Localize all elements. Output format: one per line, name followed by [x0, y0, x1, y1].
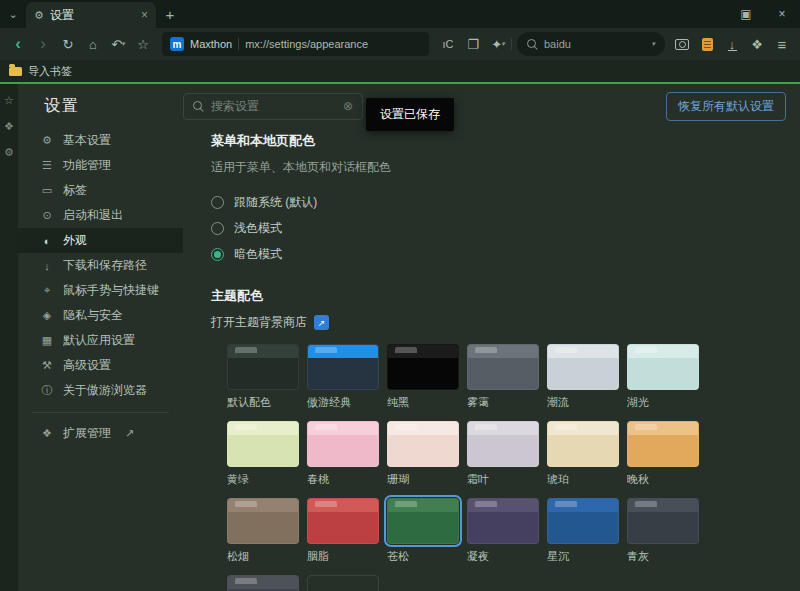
sidebar-item-features[interactable]: ☰ 功能管理	[18, 153, 183, 178]
sidebar-item-gestures[interactable]: ⌖ 鼠标手势与快捷键	[18, 278, 183, 303]
settings-search-input[interactable]	[211, 99, 336, 113]
main-menu-icon[interactable]: ≡	[770, 32, 794, 56]
theme-card[interactable]: 黄绿	[227, 421, 299, 487]
sidebar-item-advanced[interactable]: ⚒ 高级设置	[18, 353, 183, 378]
theme-card[interactable]: 苍松	[387, 498, 459, 564]
theme-thumbnail[interactable]	[627, 498, 699, 544]
theme-thumbnail[interactable]	[547, 344, 619, 390]
theme-thumbnail[interactable]	[627, 421, 699, 467]
sidebar-item-tabs[interactable]: ▭ 标签	[18, 178, 183, 203]
theme-card[interactable]: 潮流	[547, 344, 619, 410]
extensions-puzzle-icon[interactable]: ❖	[745, 32, 769, 56]
theme-thumbnail[interactable]	[307, 344, 379, 390]
theme-thumbnail[interactable]	[387, 344, 459, 390]
radio-icon[interactable]	[211, 248, 224, 261]
theme-card[interactable]: 纯黑	[387, 344, 459, 410]
restore-defaults-button[interactable]: 恢复所有默认设置	[666, 92, 786, 121]
theme-thumbnail[interactable]	[627, 344, 699, 390]
theme-card[interactable]: 默认配色	[227, 344, 299, 410]
theme-card[interactable]: 雾霭	[467, 344, 539, 410]
forward-icon[interactable]: ›	[31, 32, 55, 56]
sidebar-item-basic[interactable]: ⚙ 基本设置	[18, 128, 183, 153]
theme-card[interactable]: 春桃	[307, 421, 379, 487]
theme-thumbnail[interactable]	[227, 575, 299, 591]
refresh-icon[interactable]: ↻	[56, 32, 80, 56]
tab-title: 设置	[50, 7, 135, 24]
theme-thumbnail[interactable]	[467, 498, 539, 544]
favorites-star-icon[interactable]: ☆	[4, 94, 14, 107]
theme-thumbnail[interactable]	[227, 498, 299, 544]
split-screen-icon[interactable]: ❐	[461, 32, 485, 56]
theme-card[interactable]: 傲游经典	[307, 344, 379, 410]
snapshot-camera-icon[interactable]	[670, 32, 694, 56]
gear-icon: ⚙	[34, 9, 44, 22]
sidebar-item-appearance[interactable]: ◐ 外观	[18, 228, 183, 253]
theme-thumbnail[interactable]	[387, 498, 459, 544]
theme-thumbnail[interactable]	[467, 421, 539, 467]
window-close-button[interactable]: ×	[764, 0, 800, 28]
maxthon-logo: m	[170, 37, 184, 51]
radio-icon[interactable]	[211, 196, 224, 209]
theme-card[interactable]: 暗夜	[227, 575, 299, 591]
home-icon[interactable]: ⌂	[81, 32, 105, 56]
theme-card[interactable]: 珊瑚	[387, 421, 459, 487]
theme-store-icon[interactable]: ↗	[314, 315, 329, 330]
quick-search-box[interactable]: baidu ▾	[517, 32, 665, 56]
sidebar-settings-icon[interactable]: ⚙	[4, 146, 14, 159]
sidebar-item-icon: ☰	[40, 159, 54, 172]
back-icon[interactable]: ‹	[6, 32, 30, 56]
theme-card[interactable]: 琥珀	[547, 421, 619, 487]
sidebar-item-default-apps[interactable]: ▦ 默认应用设置	[18, 328, 183, 353]
radio-icon[interactable]	[211, 222, 224, 235]
sidebar-item-privacy[interactable]: ◈ 隐私与安全	[18, 303, 183, 328]
theme-card[interactable]: 湖光	[627, 344, 699, 410]
tab-close-icon[interactable]: ×	[141, 8, 148, 22]
theme-thumbnail[interactable]	[307, 498, 379, 544]
theme-name: 默认配色	[227, 395, 299, 410]
add-theme-thumbnail[interactable]: +	[307, 575, 379, 591]
theme-thumbnail[interactable]	[227, 344, 299, 390]
theme-thumbnail[interactable]	[307, 421, 379, 467]
theme-card[interactable]: 星沉	[547, 498, 619, 564]
radio-option[interactable]: 浅色模式	[211, 215, 800, 241]
window-panel-icon[interactable]: ▣	[728, 0, 764, 28]
open-theme-store-link[interactable]: 打开主题背景商店 ↗	[211, 314, 800, 331]
radio-label: 暗色模式	[234, 246, 282, 263]
sidebar-item-label: 关于傲游浏览器	[63, 382, 147, 399]
settings-search-box[interactable]: ⊗	[183, 93, 363, 120]
skins-icon[interactable]: ✦▾	[486, 32, 510, 56]
theme-thumbnail[interactable]	[547, 421, 619, 467]
extensions-icon[interactable]: ❖	[4, 120, 14, 133]
undo-icon[interactable]: ↶▾	[106, 32, 130, 56]
browser-tab-settings[interactable]: ⚙ 设置 ×	[26, 2, 156, 28]
sidebar-item-extensions[interactable]: ❖ 扩展管理 ↗	[18, 421, 183, 446]
theme-thumbnail[interactable]	[227, 421, 299, 467]
add-theme-card[interactable]: +	[307, 575, 379, 591]
notes-icon[interactable]: ıC	[436, 32, 460, 56]
theme-card[interactable]: 松烟	[227, 498, 299, 564]
theme-thumbnail[interactable]	[467, 344, 539, 390]
clear-search-icon[interactable]: ⊗	[343, 99, 353, 113]
notes-doc-icon[interactable]	[695, 32, 719, 56]
sidebar-item-about[interactable]: ⓘ 关于傲游浏览器	[18, 378, 183, 403]
download-icon[interactable]: ↓	[720, 32, 744, 56]
import-bookmarks-item[interactable]: 导入书签	[28, 64, 72, 79]
favorite-star-icon[interactable]: ☆	[131, 32, 155, 56]
theme-card[interactable]: 胭脂	[307, 498, 379, 564]
theme-tab-swatch	[395, 347, 417, 353]
sidebar-item-startup[interactable]: ⊙ 启动和退出	[18, 203, 183, 228]
sidebar-item-download-path[interactable]: ↓ 下载和保存路径	[18, 253, 183, 278]
theme-thumbnail[interactable]	[547, 498, 619, 544]
chevron-down-icon[interactable]: ▾	[651, 40, 655, 48]
theme-card[interactable]: 凝夜	[467, 498, 539, 564]
theme-card[interactable]: 青灰	[627, 498, 699, 564]
url-text[interactable]: mx://settings/appearance	[245, 38, 421, 50]
tab-list-button[interactable]: ⌄	[0, 0, 26, 28]
radio-option[interactable]: 跟随系统 (默认)	[211, 189, 800, 215]
theme-card[interactable]: 霜叶	[467, 421, 539, 487]
address-bar[interactable]: m Maxthon mx://settings/appearance	[162, 32, 429, 56]
radio-option[interactable]: 暗色模式	[211, 241, 800, 267]
theme-thumbnail[interactable]	[387, 421, 459, 467]
theme-card[interactable]: 晚秋	[627, 421, 699, 487]
new-tab-button[interactable]: +	[156, 0, 184, 28]
